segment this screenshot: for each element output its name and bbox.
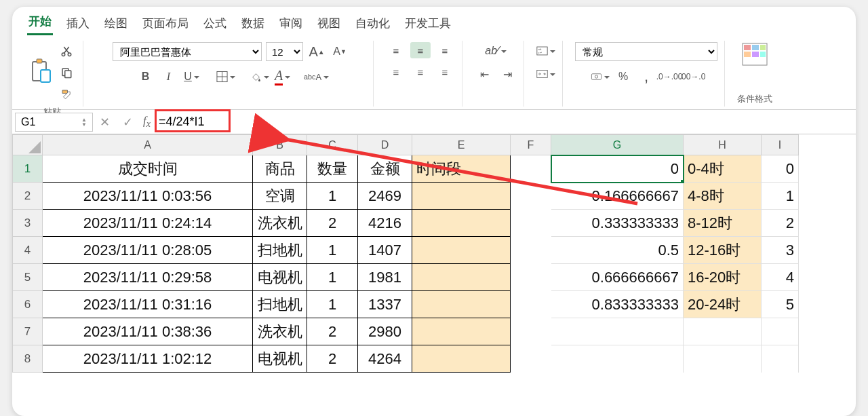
cell-D6[interactable]: 1337 xyxy=(358,291,412,318)
wrap-text-icon[interactable]: abc↵ xyxy=(536,42,555,60)
cell-A1[interactable]: 成交时间 xyxy=(43,155,253,183)
cell-C5[interactable]: 1 xyxy=(307,264,358,291)
tab-start[interactable]: 开始 xyxy=(27,11,53,35)
row-header[interactable]: 3 xyxy=(13,210,43,237)
cell-D4[interactable]: 1407 xyxy=(358,237,412,264)
cell-H6[interactable]: 20-24时 xyxy=(684,291,762,318)
cell-F5[interactable] xyxy=(511,264,551,291)
cell-E5[interactable] xyxy=(412,264,511,291)
cell-E1[interactable]: 时间段 xyxy=(412,155,511,183)
cell-A2[interactable]: 2023/11/11 0:03:56 xyxy=(43,183,253,210)
cell-A5[interactable]: 2023/11/11 0:29:58 xyxy=(43,264,253,291)
tab-formula[interactable]: 公式 xyxy=(202,13,228,35)
orientation-icon[interactable]: ab⁄ xyxy=(486,42,505,60)
cell-D5[interactable]: 1981 xyxy=(358,264,412,291)
align-left-icon[interactable]: ≡ xyxy=(386,64,406,80)
cell-I7[interactable] xyxy=(762,318,799,345)
align-right-icon[interactable]: ≡ xyxy=(435,64,455,80)
decrease-decimal-icon[interactable]: .00→.0 xyxy=(683,68,702,86)
cell-A4[interactable]: 2023/11/11 0:28:05 xyxy=(43,237,253,264)
copy-icon[interactable] xyxy=(57,64,76,81)
cell-E3[interactable] xyxy=(412,210,511,237)
row-header[interactable]: 7 xyxy=(13,318,43,345)
increase-indent-icon[interactable]: ⇥ xyxy=(498,65,517,83)
cell-F1[interactable] xyxy=(511,155,551,183)
cell-A3[interactable]: 2023/11/11 0:24:14 xyxy=(43,210,253,237)
currency-icon[interactable] xyxy=(591,68,610,86)
name-box-spinner-icon[interactable]: ▲▼ xyxy=(81,117,87,127)
cell-I3[interactable]: 2 xyxy=(762,210,799,237)
cell-I5[interactable]: 4 xyxy=(762,264,799,291)
cell-I1[interactable]: 0 xyxy=(762,155,799,183)
tab-data[interactable]: 数据 xyxy=(240,13,266,35)
tab-layout[interactable]: 页面布局 xyxy=(141,13,190,35)
cell-D2[interactable]: 2469 xyxy=(358,183,412,210)
cell-A6[interactable]: 2023/11/11 0:31:16 xyxy=(43,291,253,318)
font-size-select[interactable]: 12 xyxy=(266,42,303,61)
cell-F2[interactable] xyxy=(511,183,551,210)
cut-icon[interactable] xyxy=(57,42,76,60)
cell-C3[interactable]: 2 xyxy=(307,210,358,237)
conditional-format-icon[interactable] xyxy=(741,42,768,69)
cell-E6[interactable] xyxy=(412,291,511,318)
cell-E4[interactable] xyxy=(412,237,511,264)
percent-icon[interactable]: % xyxy=(614,68,633,86)
border-button[interactable] xyxy=(216,68,235,86)
row-header[interactable]: 8 xyxy=(13,345,43,373)
cell-B7[interactable]: 洗衣机 xyxy=(253,318,307,345)
col-header-B[interactable]: B xyxy=(253,135,307,155)
comma-icon[interactable]: , xyxy=(637,68,656,86)
cell-H8[interactable] xyxy=(684,345,762,373)
cell-G7[interactable] xyxy=(551,318,684,345)
row-header[interactable]: 1 xyxy=(13,155,43,183)
cell-G6[interactable]: 0.833333333 xyxy=(551,291,684,318)
format-painter-icon[interactable] xyxy=(57,86,76,103)
col-header-F[interactable]: F xyxy=(511,135,551,155)
font-name-select[interactable]: 阿里巴巴普惠体 xyxy=(113,42,262,61)
col-header-A[interactable]: A xyxy=(43,135,253,155)
cell-D1[interactable]: 金额 xyxy=(358,155,412,183)
tab-review[interactable]: 审阅 xyxy=(278,13,304,35)
tab-view[interactable]: 视图 xyxy=(316,13,342,35)
cell-I6[interactable]: 5 xyxy=(762,291,799,318)
align-top-icon[interactable]: ≡ xyxy=(386,42,406,58)
col-header-D[interactable]: D xyxy=(358,135,412,155)
increase-decimal-icon[interactable]: .0→.00 xyxy=(660,68,679,86)
col-header-C[interactable]: C xyxy=(307,135,358,155)
bold-button[interactable]: B xyxy=(136,68,155,86)
decrease-font-icon[interactable]: A▼ xyxy=(330,43,349,60)
tab-draw[interactable]: 绘图 xyxy=(103,13,129,35)
phonetic-button[interactable]: abcA xyxy=(307,68,326,86)
formula-input[interactable] xyxy=(155,113,853,130)
cell-G5[interactable]: 0.666666667 xyxy=(551,264,684,291)
cell-C6[interactable]: 1 xyxy=(307,291,358,318)
row-header[interactable]: 5 xyxy=(13,264,43,291)
col-header-E[interactable]: E xyxy=(412,135,511,155)
col-header-G[interactable]: G xyxy=(551,135,684,155)
cell-G3[interactable]: 0.333333333 xyxy=(551,210,684,237)
cell-B4[interactable]: 扫地机 xyxy=(253,237,307,264)
cell-B1[interactable]: 商品 xyxy=(253,155,307,183)
cell-G2[interactable]: 0.166666667 xyxy=(551,183,684,210)
cell-B6[interactable]: 扫地机 xyxy=(253,291,307,318)
align-bottom-icon[interactable]: ≡ xyxy=(435,42,455,58)
cell-F6[interactable] xyxy=(511,291,551,318)
fill-color-button[interactable] xyxy=(250,68,269,86)
cell-H3[interactable]: 8-12时 xyxy=(684,210,762,237)
cell-D3[interactable]: 4216 xyxy=(358,210,412,237)
name-box[interactable]: G1 ▲▼ xyxy=(15,113,93,132)
cell-A7[interactable]: 2023/11/11 0:38:36 xyxy=(43,318,253,345)
cell-H7[interactable] xyxy=(684,318,762,345)
col-header-I[interactable]: I xyxy=(762,135,799,155)
row-header[interactable]: 4 xyxy=(13,237,43,264)
cell-C7[interactable]: 2 xyxy=(307,318,358,345)
col-header-H[interactable]: H xyxy=(684,135,762,155)
row-header[interactable]: 6 xyxy=(13,291,43,318)
paste-icon[interactable] xyxy=(28,58,53,88)
increase-font-icon[interactable]: A▲ xyxy=(307,43,326,60)
tab-developer[interactable]: 开发工具 xyxy=(403,13,452,35)
number-format-select[interactable]: 常规 xyxy=(575,42,717,61)
font-color-button[interactable]: A xyxy=(273,68,292,86)
cell-F8[interactable] xyxy=(511,345,551,373)
cell-E2[interactable] xyxy=(412,183,511,210)
